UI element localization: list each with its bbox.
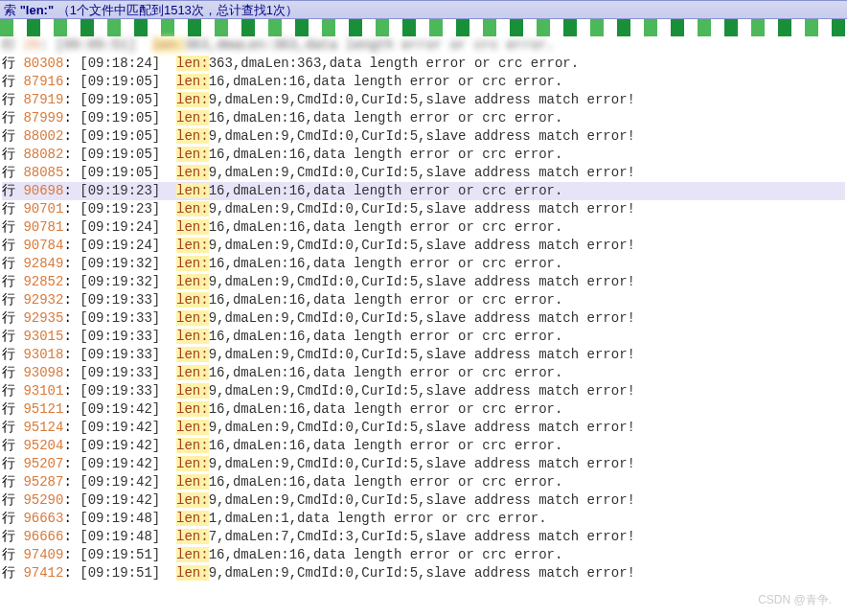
line-number: 92935 [23,310,63,326]
result-row[interactable]: 行 80308: [09:18:24] len:363,dmaLen:363,d… [2,55,845,73]
colon: : [63,292,80,308]
line-label: 行 [2,201,23,217]
message: 1,dmaLen:1,data length error or crc erro… [209,511,547,526]
message: 9,dmaLen:9,CmdId:0,CurId:5,slave address… [209,383,635,399]
message: 9,dmaLen:9,CmdId:0,CurId:5,slave address… [209,92,635,107]
result-row[interactable]: 行 87919: [09:19:05] len:9,dmaLen:9,CmdId… [2,91,845,109]
match-highlight: len: [176,274,209,289]
result-row[interactable]: 行 95204: [09:19:42] len:16,dmaLen:16,dat… [2,437,845,455]
timestamp: [09:19:33] [80,292,176,308]
result-row[interactable]: 行 90701: [09:19:23] len:9,dmaLen:9,CmdId… [2,200,845,218]
match-highlight: len: [176,147,209,162]
line-label: 行 [2,147,23,162]
line-number: 97409 [23,547,63,562]
result-row[interactable]: 行 88082: [09:19:05] len:16,dmaLen:16,dat… [2,146,845,164]
timestamp: [09:19:33] [80,347,176,362]
result-row[interactable]: 行 95287: [09:19:42] len:16,dmaLen:16,dat… [2,473,845,491]
timestamp: [09:19:05] [80,128,176,144]
message: 16,dmaLen:16,data length error or crc er… [209,365,563,380]
result-row[interactable]: 行 92935: [09:19:33] len:9,dmaLen:9,CmdId… [2,309,845,328]
result-row[interactable]: 行 92849: [09:19:32] len:16,dmaLen:16,dat… [2,255,845,273]
line-number: 90784 [23,238,63,253]
result-row[interactable]: 行 93015: [09:19:33] len:16,dmaLen:16,dat… [2,328,845,346]
colon: : [63,492,80,508]
result-row[interactable]: 行 97409: [09:19:51] len:16,dmaLen:16,dat… [2,546,845,564]
result-row[interactable]: 行 95124: [09:19:42] len:9,dmaLen:9,CmdId… [2,419,845,437]
line-number: 88002 [23,128,63,144]
timestamp: [09:19:32] [80,256,176,271]
result-row[interactable]: 行 92852: [09:19:32] len:9,dmaLen:9,CmdId… [2,273,845,291]
result-row[interactable]: 行 88085: [09:19:05] len:9,dmaLen:9,CmdId… [2,164,845,182]
watermark: CSDN @青争. [758,592,832,608]
result-row[interactable]: 行 90784: [09:19:24] len:9,dmaLen:9,CmdId… [2,237,845,255]
result-row[interactable]: 行 88002: [09:19:05] len:9,dmaLen:9,CmdId… [2,127,845,146]
colon: : [63,438,80,453]
line-label: 行 [2,110,23,125]
line-number: 87919 [23,92,63,107]
timestamp: [09:19:05] [80,110,176,125]
timestamp: [09:19:42] [80,420,176,435]
result-row[interactable]: 行 28: [09:09:51] len:363,dmaLen:363,data… [2,36,845,55]
timestamp: [09:19:33] [80,383,176,399]
result-row[interactable]: 行 95207: [09:19:42] len:9,dmaLen:9,CmdId… [2,455,845,473]
result-row[interactable]: 行 92932: [09:19:33] len:16,dmaLen:16,dat… [2,291,845,309]
timestamp: [09:19:33] [80,365,176,380]
colon: : [63,147,80,162]
result-row[interactable]: 行 87999: [09:19:05] len:16,dmaLen:16,dat… [2,109,845,127]
match-highlight: len: [176,529,209,544]
line-label: 行 [2,383,23,399]
result-row[interactable]: 行 93098: [09:19:33] len:16,dmaLen:16,dat… [2,364,845,382]
match-highlight: len: [176,383,209,399]
message: 16,dmaLen:16,data length error or crc er… [209,292,563,308]
line-label: 行 [2,492,23,508]
match-highlight: len: [176,56,209,71]
match-highlight: len: [176,438,209,453]
colon: : [63,547,80,562]
colon: : [63,74,80,89]
colon: : [63,529,80,544]
result-row[interactable]: 行 90698: [09:19:23] len:16,dmaLen:16,dat… [2,182,845,200]
match-highlight: len: [176,511,209,526]
result-row[interactable]: 行 95290: [09:19:42] len:9,dmaLen:9,CmdId… [2,491,845,510]
line-label: 行 [2,401,23,417]
line-number: 95290 [23,492,63,508]
result-row[interactable]: 行 95121: [09:19:42] len:16,dmaLen:16,dat… [2,400,845,419]
match-highlight: len: [176,238,209,253]
match-highlight: len: [176,401,209,417]
match-highlight: len: [176,183,209,198]
message: 9,dmaLen:9,CmdId:0,CurId:5,slave address… [209,310,635,326]
line-label: 行 [2,238,23,253]
timestamp: [09:19:24] [80,219,176,235]
colon: : [63,310,80,326]
result-row[interactable]: 行 87916: [09:19:05] len:16,dmaLen:16,dat… [2,73,845,91]
message: 9,dmaLen:9,CmdId:0,CurId:5,slave address… [209,201,635,217]
message: 9,dmaLen:9,CmdId:0,CurId:5,slave address… [209,165,635,180]
result-row[interactable]: 行 93101: [09:19:33] len:9,dmaLen:9,CmdId… [2,382,845,400]
timestamp: [09:19:48] [80,529,176,544]
result-row[interactable]: 行 96666: [09:19:48] len:7,dmaLen:7,CmdId… [2,528,845,546]
message: 16,dmaLen:16,data length error or crc er… [209,147,563,162]
timestamp: [09:09:51] [56,37,152,53]
colon: : [63,128,80,144]
result-row[interactable]: 行 90781: [09:19:24] len:16,dmaLen:16,dat… [2,218,845,237]
match-highlight: len: [176,219,209,235]
line-label: 行 [2,474,23,490]
timestamp: [09:19:05] [80,165,176,180]
colon: : [63,56,80,71]
result-row[interactable]: 行 97412: [09:19:51] len:9,dmaLen:9,CmdId… [2,564,845,582]
match-highlight: len: [176,256,209,271]
line-label: 行 [2,292,23,308]
match-highlight: len: [176,92,209,107]
code-area[interactable]: 行 28: [09:09:51] len:363,dmaLen:363,data… [0,36,847,582]
line-label: 行 [2,456,23,471]
colon: : [63,383,80,399]
search-result-header: 索 "len:" （1个文件中匹配到1513次，总计查找1次） [0,0,847,19]
result-row[interactable]: 行 93018: [09:19:33] len:9,dmaLen:9,CmdId… [2,346,845,364]
timestamp: [09:19:42] [80,401,176,417]
line-number: 97412 [23,565,63,581]
line-number: 96663 [23,511,63,526]
line-label: 行 [2,438,23,453]
line-label: 行 [2,256,23,271]
result-row[interactable]: 行 96663: [09:19:48] len:1,dmaLen:1,data … [2,510,845,528]
colon: : [63,474,80,490]
